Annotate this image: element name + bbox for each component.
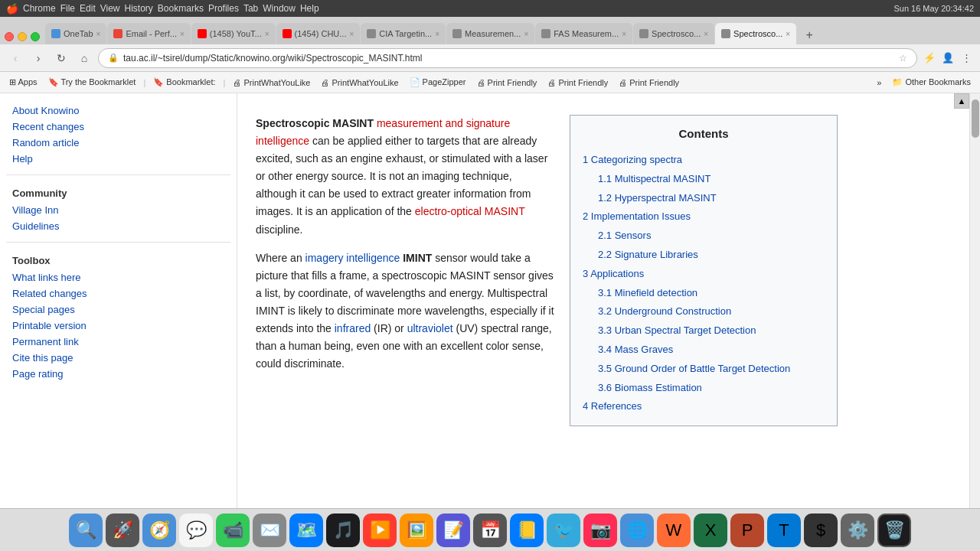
- dock-photos-icon[interactable]: 🖼️: [400, 514, 433, 547]
- toc-link-3[interactable]: 3 Applications: [583, 268, 644, 279]
- dock-word-icon[interactable]: W: [657, 514, 691, 547]
- sidebar-link-related-changes[interactable]: Related changes: [0, 285, 237, 302]
- bookmark-bookmarklet[interactable]: 🔖 Bookmarklet:: [150, 76, 218, 89]
- bookmark-star-icon[interactable]: ☆: [899, 53, 907, 64]
- tab-measurement1[interactable]: Measuremen... ×: [446, 23, 534, 44]
- menu-edit[interactable]: Edit: [80, 3, 96, 14]
- dock-finder-icon[interactable]: 🔍: [69, 514, 103, 547]
- dock-twitter-icon[interactable]: 🐦: [547, 514, 580, 547]
- bookmark-printwhatyoulike2[interactable]: 🖨 PrintWhatYouLike: [318, 77, 401, 89]
- sidebar-link-what-links-here[interactable]: What links here: [0, 269, 237, 285]
- dock-music-icon[interactable]: 🎵: [326, 514, 360, 547]
- tab-spectro2-active[interactable]: Spectrosco... ×: [715, 23, 796, 44]
- bookmark-pagezipper[interactable]: 📄 PageZipper: [407, 76, 469, 89]
- tab-fas[interactable]: FAS Measurem... ×: [535, 23, 632, 44]
- toc-link-3-4[interactable]: 3.4 Mass Graves: [598, 344, 673, 355]
- toc-link-1[interactable]: 1 Categorizing spectra: [583, 154, 682, 165]
- dock-facetime-icon[interactable]: 📹: [216, 514, 250, 547]
- tab-email[interactable]: Email - Perf... ×: [107, 23, 190, 44]
- menu-window[interactable]: Window: [263, 3, 296, 14]
- dock-excel-icon[interactable]: X: [694, 514, 727, 547]
- toc-link-4[interactable]: 4 References: [583, 400, 642, 412]
- tab-close-icon[interactable]: ×: [349, 30, 354, 38]
- toc-link-3-6[interactable]: 3.6 Biomass Estimation: [598, 382, 702, 393]
- menu-history[interactable]: History: [125, 3, 153, 14]
- scrollbar-thumb[interactable]: [972, 99, 979, 138]
- tab-close-icon[interactable]: ×: [786, 30, 790, 38]
- tab-onetab[interactable]: OneTab ×: [45, 23, 106, 44]
- sidebar-link-cite-this-page[interactable]: Cite this page: [0, 350, 237, 366]
- sidebar-link-special-pages[interactable]: Special pages: [0, 302, 237, 318]
- sidebar-link-village-inn[interactable]: Village Inn: [0, 202, 237, 218]
- tab-close-icon[interactable]: ×: [435, 30, 439, 38]
- toc-link-2[interactable]: 2 Implementation Issues: [583, 210, 691, 222]
- menu-chrome[interactable]: Chrome: [23, 3, 56, 14]
- tab-close-icon[interactable]: ×: [180, 30, 185, 38]
- scroll-up-button[interactable]: ▲: [954, 93, 969, 109]
- maximize-button[interactable]: [31, 32, 40, 41]
- bookmark-printfriendly3[interactable]: 🖨 Print Friendly: [616, 77, 682, 89]
- home-button[interactable]: ⌂: [75, 49, 93, 67]
- settings-icon[interactable]: ⋮: [959, 51, 974, 66]
- toc-link-1-1[interactable]: 1.1 Multispectral MASINT: [598, 173, 710, 184]
- infrared-link[interactable]: infrared: [335, 322, 371, 334]
- toc-link-3-3[interactable]: 3.3 Urban Spectral Target Detection: [598, 324, 756, 336]
- menu-bookmarks[interactable]: Bookmarks: [158, 3, 204, 14]
- menu-tab[interactable]: Tab: [243, 3, 258, 14]
- sidebar-link-about[interactable]: About Knowino: [0, 103, 237, 119]
- dock-chrome-icon[interactable]: 🌐: [620, 514, 654, 547]
- toc-link-1-2[interactable]: 1.2 Hyperspectral MASINT: [598, 192, 717, 204]
- bookmark-printwhatyoulike1[interactable]: 🖨 PrintWhatYouLike: [230, 77, 313, 89]
- bookmark-try-bookmarklet[interactable]: 🔖 Try the Bookmarklet: [45, 76, 139, 89]
- dock-mail-icon[interactable]: ✉️: [253, 514, 286, 547]
- sidebar-link-random-article[interactable]: Random article: [0, 135, 237, 151]
- dock-trash-icon[interactable]: 🗑️: [877, 514, 911, 547]
- close-button[interactable]: [5, 32, 14, 41]
- profile-icon[interactable]: 👤: [940, 51, 956, 66]
- menu-help[interactable]: Help: [300, 3, 319, 14]
- toc-link-3-2[interactable]: 3.2 Underground Construction: [598, 305, 731, 317]
- toc-link-2-1[interactable]: 2.1 Sensors: [598, 230, 651, 241]
- dock-youtube-icon[interactable]: ▶️: [363, 514, 397, 547]
- tab-youtube1[interactable]: (1458) YouT... ×: [191, 23, 276, 44]
- forward-button[interactable]: ›: [29, 49, 47, 67]
- sidebar-link-help[interactable]: Help: [0, 151, 237, 167]
- menu-view[interactable]: View: [100, 3, 120, 14]
- imagery-intelligence-link[interactable]: imagery intelligence: [305, 252, 400, 264]
- bookmark-apps[interactable]: ⊞ Apps: [6, 76, 41, 89]
- tab-close-icon[interactable]: ×: [622, 30, 626, 38]
- toc-link-3-5[interactable]: 3.5 Ground Order of Battle Target Detect…: [598, 363, 790, 374]
- bookmark-other[interactable]: 📁 Other Bookmarks: [889, 76, 974, 89]
- new-tab-button[interactable]: +: [800, 26, 818, 44]
- dock-reminders-icon[interactable]: 📝: [436, 514, 470, 547]
- dock-messages-icon[interactable]: 💬: [179, 514, 213, 547]
- dock-settings-icon[interactable]: ⚙️: [841, 514, 874, 547]
- dock-notes-icon[interactable]: 📒: [510, 514, 544, 547]
- minimize-button[interactable]: [18, 32, 27, 41]
- scrollbar-track[interactable]: [969, 93, 980, 508]
- tab-cia[interactable]: CIA Targetin... ×: [361, 23, 446, 44]
- dock-safari-icon[interactable]: 🧭: [142, 514, 176, 547]
- menu-profiles[interactable]: Profiles: [208, 3, 239, 14]
- sidebar-link-permanent-link[interactable]: Permanent link: [0, 334, 237, 350]
- dock-teams-icon[interactable]: T: [767, 514, 801, 547]
- dock-launchpad-icon[interactable]: 🚀: [106, 514, 139, 547]
- tab-spectro1[interactable]: Spectrosco... ×: [633, 23, 714, 44]
- toc-link-3-1[interactable]: 3.1 Minefield detection: [598, 287, 697, 298]
- ultraviolet-link[interactable]: ultraviolet: [407, 322, 453, 334]
- dock-instagram-icon[interactable]: 📷: [583, 514, 617, 547]
- tab-close-icon[interactable]: ×: [524, 30, 528, 38]
- bookmark-printfriendly2[interactable]: 🖨 Print Friendly: [544, 77, 611, 89]
- reload-button[interactable]: ↻: [52, 49, 70, 67]
- toc-link-2-2[interactable]: 2.2 Signature Libraries: [598, 249, 698, 260]
- back-button[interactable]: ‹: [6, 49, 24, 67]
- dock-terminal-icon[interactable]: $: [804, 514, 838, 547]
- dock-calendar-icon[interactable]: 📅: [473, 514, 507, 547]
- tab-close-icon[interactable]: ×: [265, 30, 270, 38]
- extensions-icon[interactable]: ⚡: [922, 51, 937, 66]
- sidebar-link-printable-version[interactable]: Printable version: [0, 318, 237, 334]
- dock-powerpoint-icon[interactable]: P: [730, 514, 764, 547]
- tab-close-icon[interactable]: ×: [96, 30, 101, 38]
- menu-file[interactable]: File: [60, 3, 75, 14]
- eo-masint-link[interactable]: electro-optical MASINT: [415, 205, 525, 217]
